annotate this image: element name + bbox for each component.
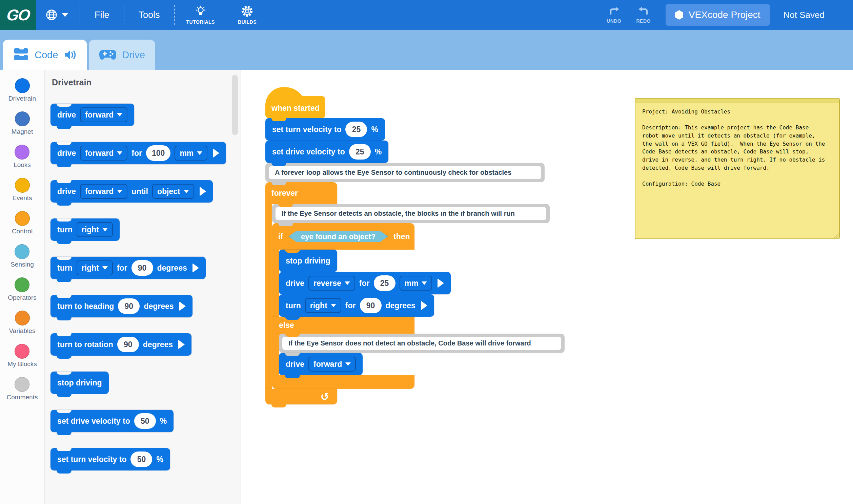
direction-dropdown[interactable]: reverse <box>308 276 355 291</box>
dropdown-caret-icon <box>345 282 350 285</box>
block-set-drive-velocity[interactable]: set drive velocity to 25 % <box>265 141 388 163</box>
palette-block-drive-until[interactable]: drive forward until object <box>51 180 213 202</box>
sidebar-item-operators[interactable]: Operators <box>8 277 36 302</box>
distance-input[interactable]: 100 <box>146 145 171 161</box>
palette-block-drive[interactable]: drive forward <box>51 104 134 126</box>
velocity-input[interactable]: 25 <box>349 144 371 160</box>
vex-go-logo: GO <box>0 0 36 30</box>
speaker-icon[interactable] <box>64 49 77 61</box>
distance-input[interactable]: 25 <box>374 275 395 291</box>
expand-arrow-icon[interactable] <box>421 301 427 310</box>
angle-input[interactable]: 90 <box>131 260 153 276</box>
condition-hexagon[interactable]: eye found an object? <box>288 231 388 242</box>
turn-direction-dropdown[interactable]: right <box>305 298 341 313</box>
expand-arrow-icon[interactable] <box>200 187 206 196</box>
top-toolbar: GO File Tools <box>0 0 853 30</box>
forever-loop-block[interactable]: forever If the Eye Sensor detects an obs… <box>265 182 565 404</box>
if-else-block[interactable]: if eye found an object? then <box>272 223 565 389</box>
unit-dropdown[interactable]: mm <box>399 276 432 291</box>
forever-footer[interactable]: ↺ <box>265 389 337 404</box>
palette-block-set-turn-velocity[interactable]: set turn velocity to 50 % <box>51 448 170 470</box>
comment-block[interactable]: If the Eye Sensor does not detect an obs… <box>279 334 565 353</box>
dropdown-caret-icon <box>117 190 122 193</box>
tab-drive-label: Drive <box>122 50 145 61</box>
project-name-button[interactable]: VEXcode Project <box>665 4 770 26</box>
sidebar-item-magnet[interactable]: Magnet <box>12 111 33 136</box>
expand-arrow-icon[interactable] <box>193 263 199 273</box>
expand-arrow-icon[interactable] <box>179 302 186 311</box>
expand-arrow-icon[interactable] <box>213 148 219 158</box>
palette-block-turn-to-heading[interactable]: turn to heading 90 degrees <box>51 295 193 317</box>
note-text[interactable]: Project: Avoiding Obstacles Description:… <box>636 103 839 193</box>
palette-block-stop-driving[interactable]: stop driving <box>51 372 109 394</box>
block-set-turn-velocity[interactable]: set turn velocity to 25 % <box>265 118 385 141</box>
palette-block-turn-to-rotation[interactable]: turn to rotation 90 degrees <box>51 333 192 356</box>
comment-block[interactable]: If the Eye Sensor detects an obstacle, t… <box>272 204 550 223</box>
sidebar-item-sensing[interactable]: Sensing <box>11 244 34 268</box>
sensing-category-icon <box>15 244 30 259</box>
turn-direction-dropdown[interactable]: right <box>76 222 113 237</box>
my-blocks-category-icon <box>15 344 30 359</box>
velocity-input[interactable]: 50 <box>130 451 152 467</box>
expand-arrow-icon[interactable] <box>438 278 444 288</box>
sidebar-item-events[interactable]: Events <box>12 178 32 202</box>
note-header-bar[interactable] <box>636 98 839 103</box>
sidebar-item-control[interactable]: Control <box>12 211 33 235</box>
palette-block-drive-for[interactable]: drive forward for 100 mm <box>51 142 226 164</box>
expand-arrow-icon[interactable] <box>178 340 185 349</box>
sidebar-item-drivetrain[interactable]: Drivetrain <box>8 78 36 102</box>
file-menu[interactable]: File <box>80 10 124 20</box>
if-header[interactable]: if eye found an object? then <box>272 223 414 250</box>
sidebar-item-comments[interactable]: Comments <box>7 377 38 401</box>
palette-scrollbar-thumb[interactable] <box>232 75 238 135</box>
code-blocks-icon <box>13 48 29 62</box>
direction-dropdown[interactable]: forward <box>80 146 127 161</box>
tab-code[interactable]: Code <box>3 40 87 70</box>
category-sidebar: Drivetrain Magnet Looks Events Control S… <box>0 70 45 504</box>
block-drive-forward[interactable]: drive forward <box>279 353 362 375</box>
workspace-canvas[interactable]: when started set turn velocity to 25 % s… <box>241 70 853 504</box>
project-name: VEXcode Project <box>689 10 761 20</box>
target-dropdown[interactable]: object <box>152 184 194 199</box>
tutorials-button[interactable]: TUTORIALS <box>175 5 226 25</box>
language-menu[interactable] <box>36 8 79 21</box>
when-started-hat-block[interactable]: when started <box>265 87 325 118</box>
direction-dropdown[interactable]: forward <box>308 357 356 372</box>
project-note[interactable]: Project: Avoiding Obstacles Description:… <box>635 98 840 239</box>
else-bar[interactable]: else <box>272 317 414 334</box>
direction-dropdown[interactable]: forward <box>80 184 127 199</box>
tools-menu[interactable]: Tools <box>124 10 174 20</box>
velocity-input[interactable]: 25 <box>345 122 367 137</box>
builds-button[interactable]: BUILDS <box>226 5 268 25</box>
velocity-input[interactable]: 50 <box>134 413 156 429</box>
sidebar-item-variables[interactable]: Variables <box>9 311 36 335</box>
turn-direction-dropdown[interactable]: right <box>76 260 113 275</box>
if-footer[interactable] <box>272 375 414 389</box>
block-drive-reverse[interactable]: drive reverse for 25 mm <box>279 272 451 294</box>
redo-button[interactable]: REDO <box>636 6 650 24</box>
rotation-input[interactable]: 90 <box>117 337 139 352</box>
direction-dropdown[interactable]: forward <box>80 107 127 122</box>
dropdown-caret-icon <box>184 190 189 193</box>
palette-header: Drivetrain <box>52 77 241 87</box>
comment-block[interactable]: A forever loop allows the Eye Sensor to … <box>265 163 545 182</box>
block-turn-right[interactable]: turn right for 90 degrees <box>279 294 434 317</box>
note-resize-handle[interactable] <box>833 232 838 238</box>
sidebar-item-looks[interactable]: Looks <box>14 145 31 169</box>
unit-dropdown[interactable]: mm <box>175 146 208 161</box>
palette-block-turn[interactable]: turn right <box>51 218 120 241</box>
heading-input[interactable]: 90 <box>118 299 140 314</box>
angle-input[interactable]: 90 <box>360 298 381 313</box>
forever-header[interactable]: forever <box>265 182 337 204</box>
save-status: Not Saved <box>783 10 824 20</box>
undo-button[interactable]: UNDO <box>607 6 621 24</box>
dropdown-caret-icon <box>102 228 108 231</box>
palette-block-set-drive-velocity[interactable]: set drive velocity to 50 % <box>51 410 174 432</box>
undo-icon <box>608 6 620 17</box>
dropdown-caret-icon <box>117 113 122 116</box>
palette-block-turn-for[interactable]: turn right for 90 degrees <box>51 257 206 279</box>
block-stop-driving[interactable]: stop driving <box>279 250 337 272</box>
sidebar-item-my-blocks[interactable]: My Blocks <box>7 344 37 368</box>
tab-drive[interactable]: Drive <box>89 40 155 70</box>
logo-text: GO <box>6 6 31 24</box>
